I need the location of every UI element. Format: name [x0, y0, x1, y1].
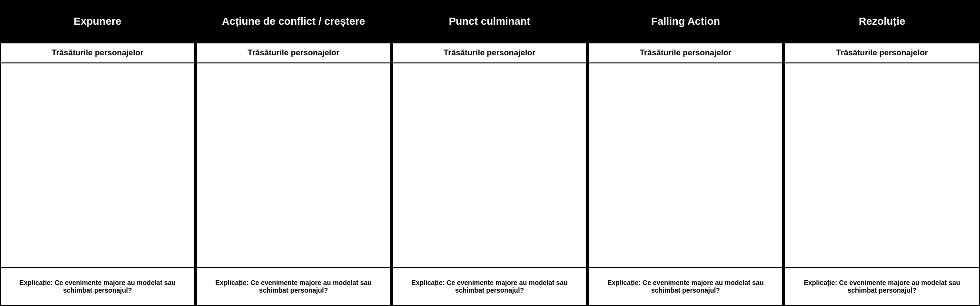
traits-header-expunere: Trăsăturile personajelor — [1, 43, 194, 63]
column-rezolutie: RezoluțieTrăsăturile personajelorExplica… — [784, 0, 980, 306]
traits-body-expunere[interactable] — [1, 63, 194, 267]
column-falling-action: Falling ActionTrăsăturile personajelorEx… — [588, 0, 784, 306]
traits-header-rezolutie: Trăsăturile personajelor — [785, 43, 979, 63]
column-header-actiune-conflict: Acțiune de conflict / creștere — [196, 0, 391, 42]
explanation-falling-action: Explicație: Ce evenimente majore au mode… — [589, 267, 782, 305]
story-map-grid: ExpunereTrăsăturile personajelorExplicaț… — [0, 0, 980, 306]
column-content-falling-action: Trăsăturile personajelorExplicație: Ce e… — [588, 42, 783, 306]
traits-body-actiune-conflict[interactable] — [197, 63, 390, 267]
column-content-punct-culminant: Trăsăturile personajelorExplicație: Ce e… — [392, 42, 587, 306]
column-content-expunere: Trăsăturile personajelorExplicație: Ce e… — [0, 42, 195, 306]
explanation-actiune-conflict: Explicație: Ce evenimente majore au mode… — [197, 267, 390, 305]
traits-body-rezolutie[interactable] — [785, 63, 979, 267]
explanation-expunere: Explicație: Ce evenimente majore au mode… — [1, 267, 194, 305]
traits-body-falling-action[interactable] — [589, 63, 782, 267]
column-content-rezolutie: Trăsăturile personajelorExplicație: Ce e… — [784, 42, 980, 306]
column-header-falling-action: Falling Action — [588, 0, 783, 42]
column-expunere: ExpunereTrăsăturile personajelorExplicaț… — [0, 0, 196, 306]
traits-header-falling-action: Trăsăturile personajelor — [589, 43, 782, 63]
column-actiune-conflict: Acțiune de conflict / creștereTrăsăturil… — [196, 0, 392, 306]
traits-body-punct-culminant[interactable] — [393, 63, 586, 267]
explanation-rezolutie: Explicație: Ce evenimente majore au mode… — [785, 267, 979, 305]
traits-header-actiune-conflict: Trăsăturile personajelor — [197, 43, 390, 63]
column-header-punct-culminant: Punct culminant — [392, 0, 587, 42]
column-punct-culminant: Punct culminantTrăsăturile personajelorE… — [392, 0, 588, 306]
column-content-actiune-conflict: Trăsăturile personajelorExplicație: Ce e… — [196, 42, 391, 306]
traits-header-punct-culminant: Trăsăturile personajelor — [393, 43, 586, 63]
explanation-punct-culminant: Explicație: Ce evenimente majore au mode… — [393, 267, 586, 305]
column-header-rezolutie: Rezoluție — [784, 0, 980, 42]
column-header-expunere: Expunere — [0, 0, 195, 42]
